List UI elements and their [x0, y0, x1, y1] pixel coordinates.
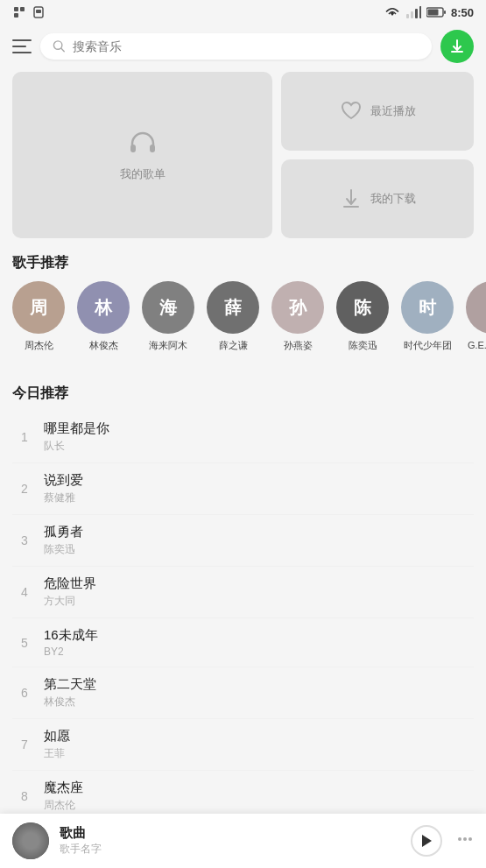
song-rank: 2 [12, 482, 37, 496]
song-info: 孤勇者陈奕迅 [37, 524, 474, 557]
song-info: 第二天堂林俊杰 [37, 676, 474, 709]
svg-rect-10 [427, 10, 438, 16]
status-bar: 8:50 [0, 0, 486, 25]
player-controls [411, 825, 474, 857]
artist-avatar: 陈 [336, 281, 389, 334]
artist-name: 林俊杰 [89, 339, 118, 352]
song-artist: 林俊杰 [44, 695, 474, 709]
heart-icon [339, 99, 363, 123]
player-bar: 歌曲 歌手名字 [0, 814, 486, 868]
signal-icon [405, 6, 421, 18]
svg-marker-16 [422, 835, 432, 847]
artist-item[interactable]: 海海来阿木 [142, 281, 194, 365]
download-button[interactable] [440, 30, 474, 63]
song-item[interactable]: 516未成年BY2 [12, 618, 474, 667]
song-item[interactable]: 4危险世界方大同 [12, 567, 474, 618]
svg-rect-5 [406, 14, 409, 18]
song-title: 危险世界 [44, 575, 474, 592]
notification-icon [12, 5, 26, 19]
song-info: 危险世界方大同 [37, 575, 474, 609]
song-title: 魔杰座 [44, 780, 474, 796]
artist-item[interactable]: 孙孙燕姿 [271, 281, 324, 365]
song-rank: 8 [12, 789, 37, 803]
song-item[interactable]: 3孤勇者陈奕迅 [12, 515, 474, 567]
my-download-label: 我的下载 [370, 191, 416, 207]
artist-item[interactable]: 林林俊杰 [77, 281, 130, 365]
status-time: 8:50 [451, 6, 474, 19]
artist-avatar: 周 [12, 281, 65, 334]
song-title: 如愿 [44, 728, 474, 745]
song-artist: 蔡健雅 [44, 490, 474, 505]
quick-cards: 我的歌单 最近播放 我的下载 [0, 72, 486, 249]
search-input[interactable] [73, 39, 419, 53]
song-info: 如愿王菲 [37, 728, 474, 761]
song-title: 哪里都是你 [44, 420, 474, 437]
artist-name: 周杰伦 [25, 339, 53, 352]
menu-button[interactable] [12, 39, 32, 53]
battery-icon [426, 7, 446, 18]
download-icon [448, 38, 466, 55]
svg-rect-6 [411, 11, 413, 18]
song-title: 孤勇者 [44, 524, 474, 540]
artist-item[interactable]: 薛薛之谦 [207, 281, 259, 365]
song-item[interactable]: 1哪里都是你队长 [12, 412, 474, 463]
svg-rect-7 [415, 9, 418, 18]
song-artist: 周杰伦 [44, 798, 474, 813]
svg-rect-0 [14, 7, 18, 11]
player-thumb-inner [12, 822, 49, 859]
my-playlist-label: 我的歌单 [120, 166, 166, 182]
my-download-card[interactable]: 我的下载 [281, 159, 474, 238]
song-title: 说到爱 [44, 472, 474, 489]
song-artist: 陈奕迅 [44, 542, 474, 557]
artist-name: 海来阿木 [149, 339, 187, 352]
svg-point-18 [463, 837, 467, 841]
artist-name: 孙燕姿 [284, 339, 313, 352]
svg-rect-8 [419, 6, 421, 18]
song-rank: 7 [12, 737, 37, 752]
song-info: 说到爱蔡健雅 [37, 472, 474, 505]
wifi-icon [384, 6, 400, 18]
artist-avatar: 海 [142, 281, 194, 334]
sim-icon [32, 5, 46, 19]
play-button[interactable] [411, 825, 442, 857]
song-artist: 队长 [44, 439, 474, 454]
today-section-title: 今日推荐 [0, 379, 486, 412]
play-icon [420, 834, 433, 848]
song-artist: 王菲 [44, 746, 474, 761]
artist-avatar: 薛 [207, 281, 259, 334]
svg-rect-15 [150, 145, 155, 152]
artist-avatar: 林 [77, 281, 130, 334]
recent-play-card[interactable]: 最近播放 [281, 72, 474, 151]
my-playlist-card[interactable]: 我的歌单 [12, 72, 272, 238]
search-icon [53, 39, 66, 53]
more-icon [456, 830, 474, 848]
svg-point-19 [468, 837, 472, 841]
song-artist: 方大同 [44, 594, 474, 609]
search-bar[interactable] [40, 33, 432, 60]
song-info: 魔杰座周杰伦 [37, 780, 474, 813]
svg-point-17 [458, 837, 461, 841]
player-thumbnail [12, 822, 49, 859]
song-rank: 3 [12, 533, 37, 547]
artist-item[interactable]: 陈陈奕迅 [336, 281, 389, 365]
song-title: 第二天堂 [44, 676, 474, 693]
header [0, 25, 486, 72]
artist-item[interactable]: 周周杰伦 [12, 281, 65, 365]
song-item[interactable]: 6第二天堂林俊杰 [12, 667, 474, 719]
more-button[interactable] [456, 830, 474, 852]
artist-avatar: G [466, 281, 486, 334]
song-info: 哪里都是你队长 [37, 420, 474, 454]
headphone-icon [127, 128, 158, 159]
download-arrow-icon [339, 187, 363, 211]
status-left [12, 5, 46, 19]
player-title: 歌曲 [60, 825, 400, 842]
recent-play-label: 最近播放 [370, 103, 416, 119]
artist-item[interactable]: 时时代少年团 [401, 281, 454, 365]
artist-name: G.E.M.邓紫棋 [466, 339, 486, 365]
svg-line-13 [61, 48, 64, 51]
artist-item[interactable]: GG.E.M.邓紫棋 [466, 281, 486, 365]
status-right: 8:50 [384, 6, 474, 19]
song-item[interactable]: 7如愿王菲 [12, 719, 474, 771]
svg-rect-4 [36, 10, 41, 13]
song-item[interactable]: 2说到爱蔡健雅 [12, 463, 474, 515]
